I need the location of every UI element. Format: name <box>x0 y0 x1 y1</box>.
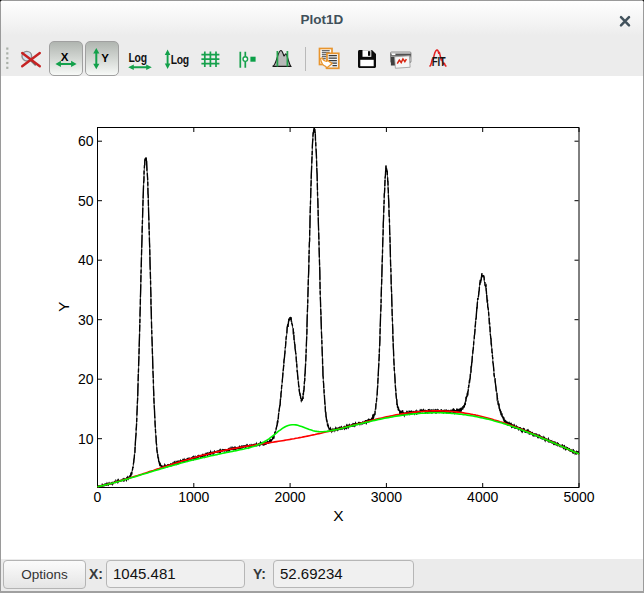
svg-text:Y: Y <box>101 52 109 64</box>
svg-text:Log: Log <box>129 50 147 64</box>
svg-text:20: 20 <box>78 371 94 387</box>
svg-text:50: 50 <box>78 193 94 209</box>
svg-text:X: X <box>61 51 69 63</box>
svg-text:0: 0 <box>94 489 102 505</box>
svg-text:40: 40 <box>78 252 94 268</box>
svg-text:Y: Y <box>55 302 72 312</box>
svg-text:X: X <box>333 507 344 524</box>
svg-text:4000: 4000 <box>467 489 498 505</box>
svg-text:60: 60 <box>78 133 94 149</box>
svg-text:30: 30 <box>78 312 94 328</box>
svg-text:1000: 1000 <box>178 489 209 505</box>
svg-text:2000: 2000 <box>275 489 306 505</box>
svg-text:Log: Log <box>171 52 189 66</box>
svg-text:FIT: FIT <box>431 55 445 68</box>
svg-text:5000: 5000 <box>563 489 594 505</box>
svg-text:10: 10 <box>78 431 94 447</box>
svg-text:3000: 3000 <box>371 489 402 505</box>
